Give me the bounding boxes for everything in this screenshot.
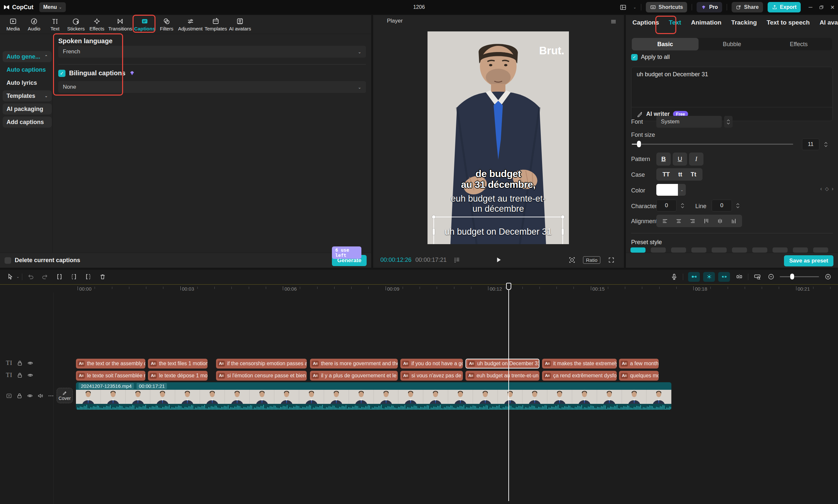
chevron-down-icon[interactable]: ⌄ [16,274,19,279]
preset-style-item[interactable] [630,248,645,253]
snap-toggle[interactable] [703,272,715,282]
video-preview[interactable]: Brut. de budget au 31 décembre, euh budg… [428,32,569,244]
italic-button[interactable]: I [689,152,703,166]
split-icon[interactable] [54,271,65,283]
sidebar-item-ai-packaging[interactable]: AI packaging [3,104,52,114]
caption-en-segment[interactable]: A≡the text files 1 motion of r [148,359,208,368]
tab-tracking[interactable]: Tracking [731,19,757,26]
close-button[interactable]: ✕ [831,4,835,11]
select-tool-icon[interactable] [4,271,16,283]
font-size-value[interactable]: 11 [802,139,819,150]
timeline-zoom-slider[interactable] [780,276,819,277]
uppercase-button[interactable]: TT [659,171,673,178]
tab-captions[interactable]: Captions [632,19,659,26]
caption-en-segment[interactable]: A≡the text or the assembly do [76,359,145,368]
play-button[interactable] [495,256,502,264]
font-size-slider[interactable] [632,144,793,145]
lock-icon[interactable] [17,360,23,366]
caption-fr-segment[interactable]: A≡quelques mois [619,371,659,381]
resize-handle[interactable] [432,215,435,219]
video-clip[interactable]: 20241207-123516.mp4 00:00:17:21 [76,382,671,410]
bilingual-language-select[interactable]: None⌄ [58,81,366,93]
split-delete-right-icon[interactable] [83,271,94,283]
sidebar-item-auto-lyrics[interactable]: Auto lyrics [3,77,52,88]
color-swatch[interactable] [656,184,678,196]
menu-button[interactable]: Menu⌄ [39,2,66,12]
sidebar-item-templates[interactable]: Templates⌄ [3,90,52,102]
mute-icon[interactable] [37,393,43,399]
color-picker[interactable]: ⌄ [656,184,686,196]
line-spacing-value[interactable]: 0 [712,200,732,212]
share-button[interactable]: Share [732,2,763,13]
player-menu-icon[interactable] [610,18,617,25]
toolbar-item-ai-avatars[interactable]: AI avatars [228,18,252,32]
toolbar-item-media[interactable]: Media [3,18,23,32]
subtab-basic[interactable]: Basic [632,38,698,50]
preview-quality-icon[interactable] [567,254,578,266]
font-size-slider-thumb[interactable] [637,141,641,147]
resize-handle[interactable] [561,215,564,219]
caption-en-segment[interactable]: A≡if you do not have a gover [400,359,463,368]
font-select[interactable]: System [656,116,722,128]
sidebar-item-auto-captions[interactable]: Auto captions [3,64,52,75]
link-toggle[interactable] [718,272,730,282]
selected-caption-textbox[interactable]: uh budget on December 31 [433,217,563,244]
subtab-effects[interactable]: Effects [765,38,832,50]
toolbar-item-transitions[interactable]: Transitions [107,18,133,32]
cover-button[interactable]: Cover [57,388,73,403]
caption-fr-segment[interactable]: A≡le texte dépose 1 motion ( [148,371,208,381]
preset-style-item[interactable] [813,248,828,253]
delete-captions-checkbox[interactable]: ✓ [4,257,11,264]
toolbar-item-captions[interactable]: Captions [133,18,156,32]
preset-style-item[interactable] [732,248,747,253]
caption-fr-segment[interactable]: A≡euh budget au trente-et-un dé [465,371,539,381]
caption-en-segment[interactable]: A≡if the censorship emotion passes and [216,359,307,368]
align-left-icon[interactable] [658,215,671,227]
align-vertical-top-icon[interactable] [699,215,713,227]
eye-icon[interactable] [27,393,33,399]
toolbar-item-filters[interactable]: Filters [156,18,177,32]
caption-fr-segment[interactable]: A≡si vous n'avez pas de gouv [400,371,463,381]
caption-en-segment[interactable]: A≡there is more government and the [310,359,398,368]
caption-text-value[interactable]: uh budget on December 31 [637,71,827,78]
timeline-ruler[interactable]: 00:0000:0300:0600:0900:1200:1500:1800:21 [0,284,838,292]
zoom-out-icon[interactable] [765,271,777,283]
playhead-line[interactable] [509,290,509,501]
bilingual-checkbox[interactable]: ✓ [58,70,66,77]
align-right-icon[interactable] [686,215,699,227]
layout-icon[interactable] [618,2,629,13]
next-keyframe-icon[interactable]: › [832,186,834,192]
resize-handle[interactable] [433,229,435,235]
restore-button[interactable] [819,5,824,10]
undo-icon[interactable] [25,271,36,283]
bold-button[interactable]: B [656,152,671,166]
chevron-down-icon[interactable]: ⌄ [634,5,636,10]
tab-text[interactable]: Text [669,19,681,26]
toolbar-item-templates[interactable]: Templates [203,18,228,32]
align-vertical-center-icon[interactable] [713,215,726,227]
mirror-split-icon[interactable] [734,271,745,283]
auto-ripple-toggle[interactable] [688,272,700,282]
lock-icon[interactable] [17,372,23,378]
preset-style-item[interactable] [691,248,707,253]
caption-en-segment[interactable]: A≡uh budget on December 31 [465,359,539,368]
align-vertical-bottom-icon[interactable] [727,215,740,227]
character-spacing-value[interactable]: 0 [656,200,677,212]
french-caption[interactable]: euh budget au trente-et- un décembre [428,194,569,214]
export-button[interactable]: Export [768,2,801,13]
sidebar-item-auto-generate[interactable]: Auto gene...⌃ [3,51,52,62]
preset-style-item[interactable] [772,248,788,253]
caption-fr-segment[interactable]: A≡si l'émotion censure passe et bien à c… [216,371,307,381]
ratio-button[interactable]: Ratio [583,256,600,264]
record-voiceover-icon[interactable] [668,271,680,283]
timeline-zoom-thumb[interactable] [790,274,794,280]
caption-fr-segment[interactable]: A≡il y a plus de gouvernement et le f [310,371,398,381]
preset-style-item[interactable] [712,248,727,253]
preset-style-item[interactable] [752,248,767,253]
minimize-button[interactable]: ─ [808,4,812,10]
pro-badge[interactable]: Pro [697,2,722,13]
toolbar-item-audio[interactable]: Audio [23,18,44,32]
keyframe-diamond-icon[interactable]: ◇ [825,186,829,192]
preset-style-item[interactable] [793,248,808,253]
toolbar-item-stickers[interactable]: Stickers [66,18,86,32]
